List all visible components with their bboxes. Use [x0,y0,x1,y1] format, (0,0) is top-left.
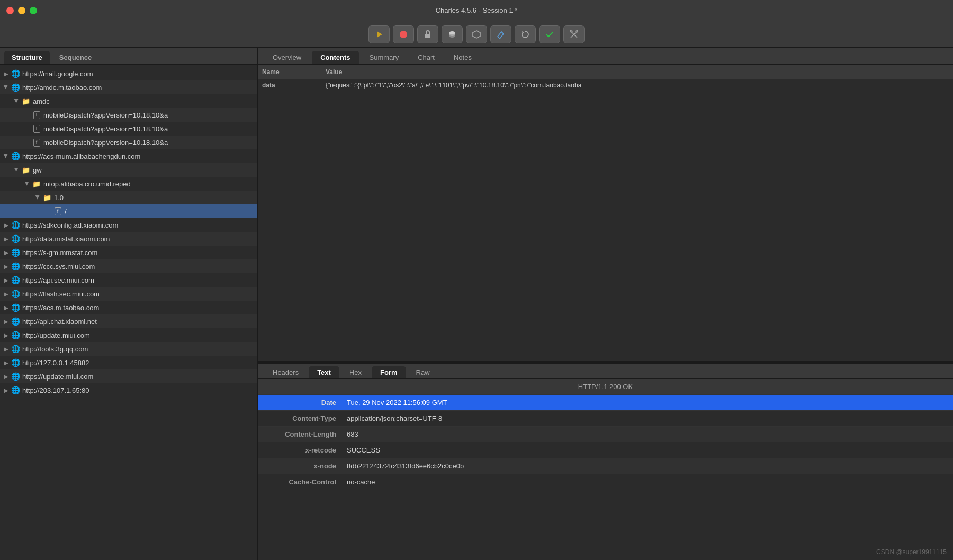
right-tabs: Overview Contents Summary Chart Notes [258,48,953,65]
response-x-node-row[interactable]: x-node 8db22124372fc4313fd6ee6cb2c0ce0b [258,458,953,474]
tree-item-amdc-folder[interactable]: ▶ 📁 amdc [0,94,257,108]
tree-item-api-sec-miui[interactable]: ▶ 🌐 https://api.sec.miui.com [0,273,257,287]
tree-item-label: / [65,207,67,215]
tab-headers[interactable]: Headers [264,366,307,378]
tree-item-mail-google[interactable]: ▶ 🌐 https://mail.google.com [0,67,257,80]
tree-arrow[interactable]: ▶ [2,303,11,312]
tree-item-label: https://api.sec.miui.com [22,276,94,284]
table-cell-value: {"request":"{\"pt\":\"1\",\"os2\":\"a\",… [321,79,953,91]
tree-item-acs-taobao[interactable]: ▶ 🌐 https://acs.m.taobao.com [0,301,257,314]
main-layout: Structure Sequence ▶ 🌐 https://mail.goog… [0,48,953,560]
response-x-retcode-row[interactable]: x-retcode SUCCESS [258,442,953,458]
tree-arrow[interactable]: ▶ [2,331,11,339]
tree-arrow[interactable]: ▶ [2,83,11,92]
close-button[interactable] [6,7,14,14]
tree-arrow[interactable]: ▶ [2,248,11,257]
minimize-button[interactable] [18,7,25,14]
breakpoints-button[interactable] [442,25,463,43]
tab-form[interactable]: Form [372,366,406,378]
globe-icon: 🌐 [11,220,20,230]
tree-item-tools-qq[interactable]: ▶ 🌐 http://tools.3g.qq.com [0,342,257,356]
tree-item-mobile-dispatch-3[interactable]: ▶ f mobileDispatch?appVersion=10.18.10&a [0,136,257,149]
throttle-button[interactable] [417,25,438,43]
tree-item-mobile-dispatch-2[interactable]: ▶ f mobileDispatch?appVersion=10.18.10&a [0,122,257,136]
tree-item-update-miui[interactable]: ▶ 🌐 http://update.miui.com [0,328,257,342]
tree-arrow[interactable]: ▶ [2,358,11,367]
response-value-x-node: 8db22124372fc4313fd6ee6cb2c0ce0b [343,462,953,470]
tree-item-mtop-folder[interactable]: ▶ 📁 mtop.alibaba.cro.umid.reped [0,177,257,191]
response-date-row[interactable]: Date Tue, 29 Nov 2022 11:56:09 GMT [258,395,953,411]
tree-item-update-miui-https[interactable]: ▶ 🌐 https://update.miui.com [0,369,257,383]
http-status-text: HTTP/1.1 200 OK [578,383,633,391]
data-table-section: Name Value data {"request":"{\"pt\":\"1\… [258,65,953,361]
tree-item-mobile-dispatch-1[interactable]: ▶ f mobileDispatch?appVersion=10.18.10&a [0,108,257,122]
svg-marker-6 [473,31,480,38]
tab-notes[interactable]: Notes [445,51,480,64]
tree-arrow[interactable]: ▶ [23,179,32,188]
tab-sequence[interactable]: Sequence [52,51,99,64]
tree-arrow[interactable]: ▶ [2,372,11,381]
response-content-length-row[interactable]: Content-Length 683 [258,427,953,442]
tab-text[interactable]: Text [309,366,339,378]
tree-item-label: https://acs.m.taobao.com [22,304,99,312]
compose-button[interactable] [466,25,487,43]
tree-arrow[interactable]: ▶ [2,345,11,353]
refresh-button[interactable] [515,25,536,43]
tree-item-amdc-taobao[interactable]: ▶ 🌐 http://amdc.m.taobao.com [0,80,257,94]
tree-item-s-gm-mmstat[interactable]: ▶ 🌐 https://s-gm.mmstat.com [0,246,257,259]
tab-summary[interactable]: Summary [361,51,408,64]
globe-icon: 🌐 [11,303,20,312]
tree-item-203-107[interactable]: ▶ 🌐 http://203.107.1.65:80 [0,383,257,397]
table-cell-name: data [258,79,321,91]
response-cache-control-row[interactable]: Cache-Control no-cache [258,474,953,490]
tree-item-api-chat-xiaomi[interactable]: ▶ 🌐 http://api.chat.xiaomi.net [0,314,257,328]
folder-icon: 📁 [32,179,41,188]
tree-content[interactable]: ▶ 🌐 https://mail.google.com ▶ 🌐 http://a… [0,65,257,560]
folder-icon: 📁 [21,165,31,175]
tree-item-acs-mum[interactable]: ▶ 🌐 https://acs-mum.alibabachengdun.com [0,149,257,163]
response-section: Headers Text Hex Form Raw HTTP/1.1 200 O… [258,364,953,560]
tree-arrow[interactable]: ▶ [13,166,21,174]
tree-arrow[interactable]: ▶ [2,276,11,284]
response-content-type-row[interactable]: Content-Type application/json;charset=UT… [258,411,953,427]
tree-arrow[interactable]: ▶ [2,234,11,243]
tree-arrow[interactable]: ▶ [2,386,11,394]
response-key-content-length: Content-Length [258,430,343,438]
tab-structure[interactable]: Structure [4,51,50,64]
table-header: Name Value [258,65,953,79]
tab-chart[interactable]: Chart [409,51,443,64]
table-row-data[interactable]: data {"request":"{\"pt\":\"1\",\"os2\":\… [258,79,953,93]
tree-arrow[interactable]: ▶ [2,317,11,326]
globe-icon: 🌐 [11,83,20,92]
tree-arrow[interactable]: ▶ [13,97,21,105]
tree-arrow[interactable]: ▶ [2,290,11,298]
tab-raw[interactable]: Raw [408,366,438,378]
tree-item-slash[interactable]: ▶ f / [0,204,257,218]
tree-arrow[interactable]: ▶ [2,221,11,229]
tree-item-gw-folder[interactable]: ▶ 📁 gw [0,163,257,177]
left-tabs: Structure Sequence [0,48,257,65]
response-content[interactable]: HTTP/1.1 200 OK Date Tue, 29 Nov 2022 11… [258,379,953,560]
tab-overview[interactable]: Overview [264,51,310,64]
start-stop-button[interactable] [368,25,390,43]
tree-item-localhost[interactable]: ▶ 🌐 http://127.0.0.1:45882 [0,356,257,369]
tree-arrow[interactable]: ▶ [2,152,11,160]
tools-button[interactable] [563,25,585,43]
tree-item-10-folder[interactable]: ▶ 📁 1.0 [0,191,257,204]
tab-contents[interactable]: Contents [312,51,358,64]
globe-icon: 🌐 [11,261,20,271]
tree-arrow[interactable]: ▶ [2,69,11,78]
tree-item-sdkconfig-xiaomi[interactable]: ▶ 🌐 https://sdkconfig.ad.xiaomi.com [0,218,257,232]
tab-hex[interactable]: Hex [341,366,370,378]
tree-item-ccc-miui[interactable]: ▶ 🌐 https://ccc.sys.miui.com [0,259,257,273]
enable-button[interactable] [539,25,560,43]
maximize-button[interactable] [30,7,37,14]
tree-item-label: 1.0 [54,194,64,202]
tree-item-flash-sec-miui[interactable]: ▶ 🌐 https://flash.sec.miui.com [0,287,257,301]
tree-item-data-mistat[interactable]: ▶ 🌐 http://data.mistat.xiaomi.com [0,232,257,246]
tree-arrow[interactable]: ▶ [2,262,11,270]
tree-arrow[interactable]: ▶ [34,193,42,202]
edit-button[interactable] [490,25,511,43]
svg-marker-0 [377,31,382,38]
record-button[interactable] [393,25,414,43]
